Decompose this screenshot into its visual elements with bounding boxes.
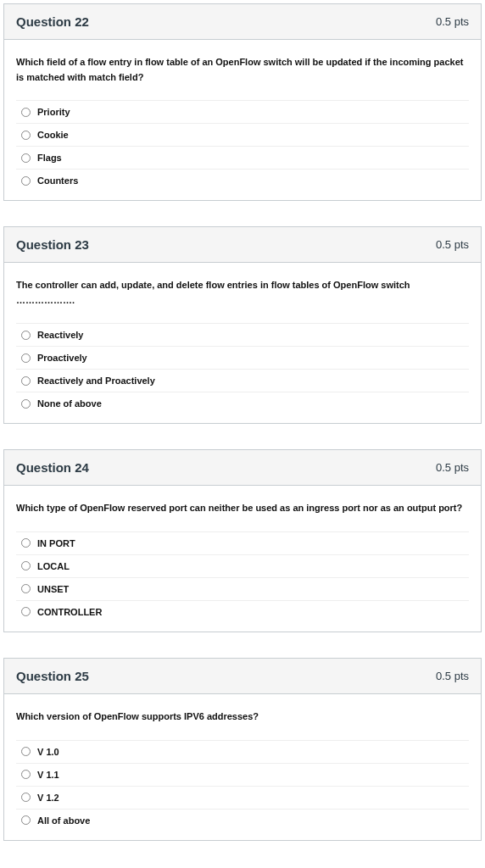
- answer-label: Proactively: [37, 353, 87, 363]
- answer-list: IN PORT LOCAL UNSET CONTROLLER: [16, 531, 469, 623]
- question-prompt: The controller can add, update, and dele…: [16, 278, 469, 308]
- question-body: The controller can add, update, and dele…: [4, 263, 481, 423]
- answer-option[interactable]: None of above: [16, 392, 469, 415]
- answer-option[interactable]: V 1.1: [16, 764, 469, 787]
- answer-label: Flags: [37, 153, 62, 163]
- question-prompt: Which type of OpenFlow reserved port can…: [16, 501, 469, 516]
- radio-icon[interactable]: [21, 353, 31, 363]
- answer-label: Reactively and Proactively: [37, 376, 155, 386]
- question-body: Which version of OpenFlow supports IPV6 …: [4, 694, 481, 840]
- radio-icon[interactable]: [21, 153, 31, 163]
- question-title: Question 25: [16, 669, 89, 683]
- answer-option[interactable]: V 1.0: [16, 741, 469, 764]
- question-block: Question 24 0.5 pts Which type of OpenFl…: [3, 449, 482, 632]
- answer-label: Cookie: [37, 130, 69, 140]
- radio-icon[interactable]: [21, 815, 31, 825]
- answer-label: Reactively: [37, 330, 83, 340]
- question-title: Question 24: [16, 460, 89, 475]
- answer-option[interactable]: Proactively: [16, 347, 469, 370]
- answer-label: UNSET: [37, 584, 69, 594]
- answer-label: V 1.2: [37, 793, 59, 803]
- answer-option[interactable]: LOCAL: [16, 555, 469, 578]
- radio-icon[interactable]: [21, 176, 31, 186]
- answer-option[interactable]: Priority: [16, 101, 469, 124]
- answer-label: None of above: [37, 398, 102, 409]
- question-points: 0.5 pts: [436, 15, 469, 28]
- radio-icon[interactable]: [21, 376, 31, 386]
- answer-option[interactable]: Cookie: [16, 124, 469, 147]
- radio-icon[interactable]: [21, 331, 31, 340]
- answer-label: Priority: [37, 107, 70, 117]
- answer-label: V 1.0: [37, 747, 59, 757]
- question-body: Which type of OpenFlow reserved port can…: [4, 486, 481, 632]
- radio-icon[interactable]: [21, 561, 31, 570]
- answer-option[interactable]: UNSET: [16, 578, 469, 601]
- question-points: 0.5 pts: [436, 238, 469, 251]
- question-prompt: Which field of a flow entry in flow tabl…: [16, 55, 469, 85]
- radio-icon[interactable]: [21, 131, 31, 140]
- answer-label: V 1.1: [37, 770, 59, 780]
- answer-option[interactable]: Reactively and Proactively: [16, 370, 469, 392]
- question-title: Question 22: [16, 14, 89, 29]
- answer-list: V 1.0 V 1.1 V 1.2 All of above: [16, 740, 469, 832]
- answer-option[interactable]: V 1.2: [16, 787, 469, 810]
- radio-icon[interactable]: [21, 584, 31, 593]
- answer-option[interactable]: All of above: [16, 810, 469, 832]
- radio-icon[interactable]: [21, 793, 31, 802]
- question-points: 0.5 pts: [436, 670, 469, 682]
- radio-icon[interactable]: [21, 770, 31, 779]
- radio-icon[interactable]: [21, 538, 31, 548]
- question-header: Question 24 0.5 pts: [4, 450, 481, 486]
- radio-icon[interactable]: [21, 399, 31, 409]
- question-points: 0.5 pts: [436, 461, 469, 474]
- answer-option[interactable]: Reactively: [16, 324, 469, 347]
- answer-label: LOCAL: [37, 561, 70, 571]
- radio-icon[interactable]: [21, 747, 31, 756]
- radio-icon[interactable]: [21, 108, 31, 117]
- question-title: Question 23: [16, 237, 89, 252]
- question-header: Question 22 0.5 pts: [4, 4, 481, 40]
- answer-option[interactable]: Flags: [16, 147, 469, 170]
- answer-label: Counters: [37, 175, 78, 186]
- answer-label: IN PORT: [37, 538, 75, 548]
- question-body: Which field of a flow entry in flow tabl…: [4, 40, 481, 200]
- question-prompt: Which version of OpenFlow supports IPV6 …: [16, 709, 469, 725]
- answer-option[interactable]: Counters: [16, 170, 469, 192]
- question-block: Question 23 0.5 pts The controller can a…: [3, 226, 482, 424]
- answer-option[interactable]: CONTROLLER: [16, 601, 469, 623]
- question-header: Question 23 0.5 pts: [4, 227, 481, 263]
- question-block: Question 22 0.5 pts Which field of a flo…: [3, 3, 482, 201]
- answer-list: Priority Cookie Flags Counters: [16, 100, 469, 192]
- question-header: Question 25 0.5 pts: [4, 659, 481, 694]
- answer-label: CONTROLLER: [37, 607, 102, 617]
- radio-icon[interactable]: [21, 607, 31, 616]
- answer-option[interactable]: IN PORT: [16, 532, 469, 555]
- answer-label: All of above: [37, 815, 90, 826]
- question-block: Question 25 0.5 pts Which version of Ope…: [3, 658, 482, 841]
- answer-list: Reactively Proactively Reactively and Pr…: [16, 323, 469, 415]
